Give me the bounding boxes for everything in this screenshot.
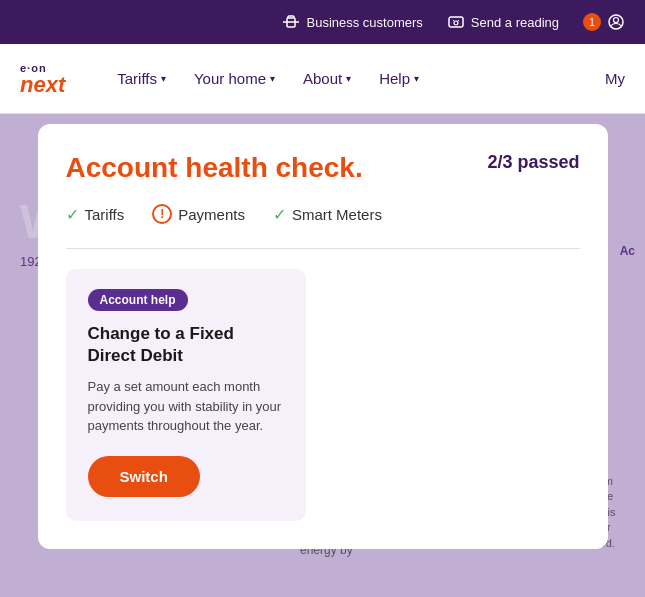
page-background: Wo 192 G Ac t paym payme ment is s after…: [0, 114, 645, 597]
nav-help[interactable]: Help ▾: [367, 62, 431, 95]
payments-warning-icon: !: [152, 204, 172, 224]
logo-next-text: next: [20, 74, 65, 96]
modal-divider: [66, 248, 580, 249]
nav-tariffs[interactable]: Tariffs ▾: [105, 62, 178, 95]
meter-icon: [447, 13, 465, 31]
send-reading-link[interactable]: Send a reading: [447, 13, 559, 31]
nav-bar: e·on next Tariffs ▾ Your home ▾ About ▾ …: [0, 44, 645, 114]
card-title: Change to a Fixed Direct Debit: [88, 323, 284, 367]
status-tariffs: ✓ Tariffs: [66, 205, 125, 224]
status-payments-label: Payments: [178, 206, 245, 223]
status-tariffs-label: Tariffs: [85, 206, 125, 223]
svg-point-3: [454, 21, 458, 25]
user-circle-icon: [607, 13, 625, 31]
modal-title: Account health check.: [66, 152, 363, 184]
your-home-label: Your home: [194, 70, 266, 87]
logo[interactable]: e·on next: [20, 62, 65, 96]
card-description: Pay a set amount each month providing yo…: [88, 377, 284, 436]
status-payments: ! Payments: [152, 204, 245, 224]
top-bar: Business customers Send a reading 1: [0, 0, 645, 44]
help-chevron-icon: ▾: [414, 73, 419, 84]
account-help-badge: Account help: [88, 289, 188, 311]
switch-button[interactable]: Switch: [88, 456, 200, 497]
nav-items: Tariffs ▾ Your home ▾ About ▾ Help ▾: [105, 62, 605, 95]
notification-badge: 1: [583, 13, 601, 31]
nav-your-home[interactable]: Your home ▾: [182, 62, 287, 95]
help-label: Help: [379, 70, 410, 87]
business-customers-link[interactable]: Business customers: [282, 13, 422, 31]
send-reading-label: Send a reading: [471, 15, 559, 30]
account-help-card: Account help Change to a Fixed Direct De…: [66, 269, 306, 521]
modal-header: Account health check. 2/3 passed: [66, 152, 580, 184]
status-smart-meters-label: Smart Meters: [292, 206, 382, 223]
smart-meters-check-icon: ✓: [273, 205, 286, 224]
status-smart-meters: ✓ Smart Meters: [273, 205, 382, 224]
health-check-modal: Account health check. 2/3 passed ✓ Tarif…: [38, 124, 608, 549]
briefcase-icon: [282, 13, 300, 31]
about-label: About: [303, 70, 342, 87]
your-home-chevron-icon: ▾: [270, 73, 275, 84]
status-items: ✓ Tariffs ! Payments ✓ Smart Meters: [66, 204, 580, 224]
tariffs-chevron-icon: ▾: [161, 73, 166, 84]
notifications-button[interactable]: 1: [583, 13, 625, 31]
business-customers-label: Business customers: [306, 15, 422, 30]
tariffs-label: Tariffs: [117, 70, 157, 87]
nav-about[interactable]: About ▾: [291, 62, 363, 95]
modal-overlay: Account health check. 2/3 passed ✓ Tarif…: [0, 114, 645, 597]
tariffs-check-icon: ✓: [66, 205, 79, 224]
modal-passed: 2/3 passed: [487, 152, 579, 173]
nav-my-account[interactable]: My: [605, 70, 625, 87]
svg-point-5: [614, 18, 619, 23]
about-chevron-icon: ▾: [346, 73, 351, 84]
